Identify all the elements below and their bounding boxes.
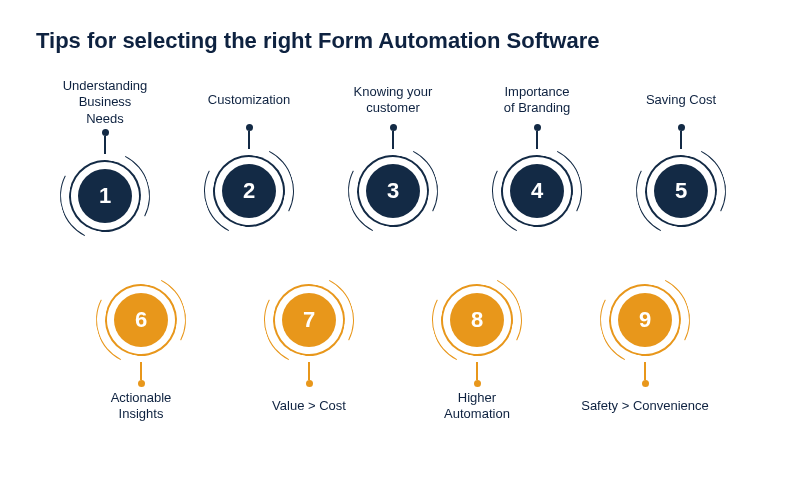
number-circle: 4	[510, 164, 564, 218]
number-badge-icon: 7	[255, 278, 363, 362]
tip-label: Saving Cost	[646, 78, 716, 122]
tip-6: Actionable Insights 6	[76, 278, 206, 423]
number-circle: 1	[78, 169, 132, 223]
tip-label: Safety > Convenience	[581, 389, 709, 423]
connector-dot-icon	[534, 124, 541, 131]
connector-icon	[642, 362, 649, 387]
connector-dot-icon	[138, 380, 145, 387]
connector-dot-icon	[390, 124, 397, 131]
connector-dot-icon	[642, 380, 649, 387]
connector-dot-icon	[246, 124, 253, 131]
tip-label: Knowing your customer	[354, 78, 433, 122]
number-circle: 3	[366, 164, 420, 218]
number-circle: 9	[618, 293, 672, 347]
diagram-title: Tips for selecting the right Form Automa…	[36, 28, 750, 54]
tip-label: Customization	[208, 78, 290, 122]
connector-icon	[138, 362, 145, 387]
number-circle: 2	[222, 164, 276, 218]
connector-dot-icon	[678, 124, 685, 131]
tip-label: Actionable Insights	[111, 389, 172, 423]
diagram-container: Tips for selecting the right Form Automa…	[0, 0, 786, 443]
number-badge-icon: 9	[591, 278, 699, 362]
number-badge-icon: 1	[51, 154, 159, 238]
tip-8: Higher Automation 8	[412, 278, 542, 423]
tip-label: Understanding Business Needs	[63, 78, 148, 127]
number-badge-icon: 6	[87, 278, 195, 362]
number-badge-icon: 4	[483, 149, 591, 233]
tip-5: Saving Cost 5	[614, 78, 748, 238]
tips-row-top: Understanding Business Needs 1 Customiza…	[38, 78, 748, 238]
connector-dot-icon	[306, 380, 313, 387]
connector-dot-icon	[474, 380, 481, 387]
tip-3: Knowing your customer 3	[326, 78, 460, 238]
number-circle: 5	[654, 164, 708, 218]
tip-label: Importance of Branding	[504, 78, 571, 122]
tip-2: Customization 2	[182, 78, 316, 238]
connector-icon	[474, 362, 481, 387]
number-circle: 7	[282, 293, 336, 347]
number-badge-icon: 5	[627, 149, 735, 233]
number-badge-icon: 2	[195, 149, 303, 233]
connector-dot-icon	[102, 129, 109, 136]
connector-icon	[306, 362, 313, 387]
number-badge-icon: 8	[423, 278, 531, 362]
number-badge-icon: 3	[339, 149, 447, 233]
tips-row-bottom: Actionable Insights 6 Value > Cost	[36, 278, 750, 423]
tip-9: Safety > Convenience 9	[580, 278, 710, 423]
number-circle: 6	[114, 293, 168, 347]
number-circle: 8	[450, 293, 504, 347]
tip-7: Value > Cost 7	[244, 278, 374, 423]
tip-1: Understanding Business Needs 1	[38, 78, 172, 238]
tip-label: Value > Cost	[272, 389, 346, 423]
tip-label: Higher Automation	[444, 389, 510, 423]
tip-4: Importance of Branding 4	[470, 78, 604, 238]
